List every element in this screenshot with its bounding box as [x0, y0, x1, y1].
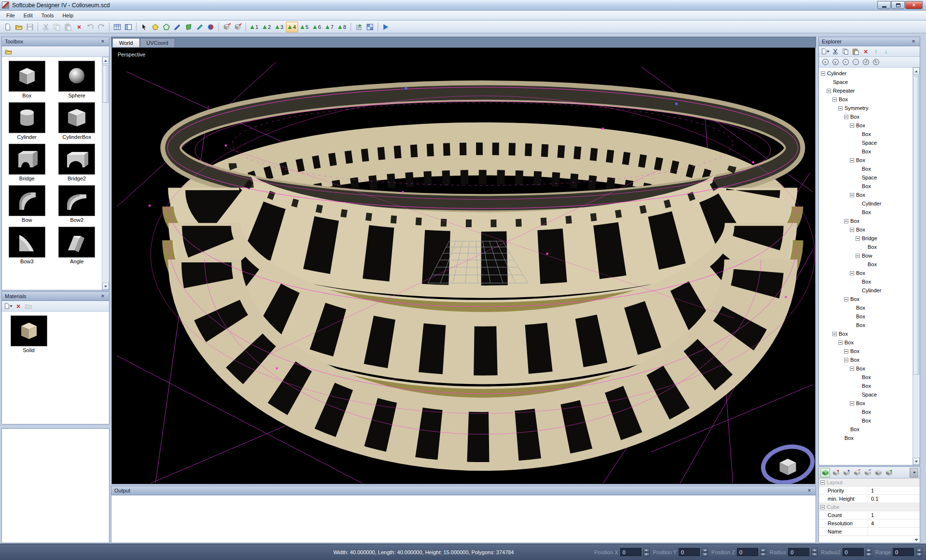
collapse-icon[interactable]: [856, 236, 860, 241]
redo-button[interactable]: [96, 22, 107, 32]
box-export-button[interactable]: [221, 22, 232, 32]
property-category-layout[interactable]: Layout: [819, 478, 920, 487]
explorer-close-icon[interactable]: ×: [910, 39, 917, 44]
tree-item[interactable]: Box: [819, 112, 912, 121]
copy-node-button[interactable]: [841, 47, 850, 56]
tree-item[interactable]: Box: [819, 277, 912, 286]
position-z-stepper[interactable]: [760, 548, 766, 557]
property-category-cube[interactable]: Cube: [819, 503, 920, 511]
open-folder-button[interactable]: [14, 22, 24, 32]
move-down-button[interactable]: ↓: [882, 47, 890, 56]
layer-button-6[interactable]: 6: [311, 22, 323, 32]
new-node-button[interactable]: [821, 47, 830, 56]
panel-view-button[interactable]: [123, 22, 134, 32]
tree-item[interactable]: Box: [819, 182, 912, 191]
collapse-icon[interactable]: [850, 123, 854, 128]
menu-edit[interactable]: Edit: [19, 12, 37, 19]
tree-item[interactable]: Box: [819, 225, 912, 234]
cut-node-button[interactable]: [831, 47, 840, 56]
tree-item[interactable]: Bow: [819, 251, 912, 260]
close-button[interactable]: ×: [905, 1, 923, 9]
radius-input[interactable]: 0: [788, 548, 809, 556]
tree-item[interactable]: Box: [819, 208, 912, 217]
collapse-icon[interactable]: [821, 71, 825, 76]
paste-button[interactable]: [63, 22, 73, 32]
tree-item[interactable]: Box: [819, 156, 912, 164]
new-material-button[interactable]: [4, 302, 13, 311]
tree-item[interactable]: Symmetry: [819, 104, 912, 112]
viewport-canvas[interactable]: [112, 48, 815, 484]
pen-tool-button[interactable]: [172, 22, 183, 32]
collapse-icon[interactable]: [844, 219, 848, 223]
tree-item[interactable]: Box: [819, 425, 912, 434]
layer-button-4[interactable]: 4: [286, 22, 298, 32]
delete-material-button[interactable]: ×: [14, 302, 23, 311]
tab-world[interactable]: World: [112, 38, 140, 47]
collapse-icon[interactable]: [850, 367, 854, 371]
rotate-y-icon[interactable]: y: [831, 58, 840, 67]
properties-dropdown-button[interactable]: [910, 468, 918, 478]
collapse-icon[interactable]: [832, 97, 837, 102]
scroll-down-icon[interactable]: [914, 539, 918, 541]
tree-item[interactable]: Box: [819, 191, 912, 199]
uv-grid-button[interactable]: [365, 22, 375, 32]
copy-button[interactable]: [52, 22, 62, 32]
properties-mode-cube-button-2[interactable]: [842, 468, 851, 478]
layer-button-5[interactable]: 5: [299, 22, 311, 32]
select-cursor-button[interactable]: [139, 22, 150, 32]
position-y-stepper[interactable]: [702, 548, 708, 557]
tree-item[interactable]: Box: [819, 303, 912, 312]
material-item-solid[interactable]: Solid: [6, 315, 52, 353]
collapse-icon[interactable]: [838, 341, 843, 345]
cut-button[interactable]: [41, 22, 51, 32]
run-button[interactable]: [381, 22, 391, 32]
collapse-icon[interactable]: [844, 115, 848, 119]
rotate-left-icon[interactable]: ↺: [861, 58, 870, 67]
snap-grid-button[interactable]: [354, 22, 364, 32]
materials-close-icon[interactable]: ×: [99, 293, 106, 299]
property-value-field[interactable]: 1: [868, 488, 874, 493]
tree-item[interactable]: Cylinder: [819, 286, 912, 295]
radius-stepper[interactable]: [811, 548, 817, 557]
position-y-input[interactable]: 0: [679, 548, 700, 556]
3d-viewport[interactable]: Perspective: [111, 47, 816, 484]
menu-tools[interactable]: Tools: [37, 12, 58, 19]
collapse-icon[interactable]: [844, 349, 848, 354]
scroll-down-icon[interactable]: [102, 283, 109, 290]
tree-item[interactable]: Box: [819, 399, 912, 408]
undo-button[interactable]: [85, 22, 95, 32]
polygon-fill-tool-button[interactable]: [183, 22, 194, 32]
zoom-out-icon[interactable]: −: [851, 58, 860, 67]
tree-item[interactable]: Box: [819, 95, 912, 104]
tree-item[interactable]: Box: [819, 312, 912, 321]
scroll-down-icon[interactable]: [913, 458, 920, 465]
properties-mode-cube-button-1[interactable]: [831, 468, 841, 478]
tree-item[interactable]: Box: [819, 329, 912, 338]
scroll-up-icon[interactable]: [102, 57, 109, 64]
layer-button-2[interactable]: 2: [261, 22, 273, 32]
radius2-stepper[interactable]: [866, 548, 872, 557]
collapse-icon[interactable]: [850, 193, 854, 197]
properties-mode-cube-button-4[interactable]: [863, 468, 872, 478]
collapse-icon[interactable]: [820, 505, 825, 509]
toolbox-item-angle[interactable]: Angle: [54, 227, 100, 264]
tree-item[interactable]: Box: [819, 416, 912, 425]
nav-gizmo-icon[interactable]: [759, 442, 815, 484]
tree-item[interactable]: Bridge: [819, 234, 912, 243]
tree-item[interactable]: Space: [819, 390, 912, 399]
collapse-icon[interactable]: [850, 401, 854, 406]
rotate-right-icon[interactable]: ↻: [872, 58, 880, 67]
toolbox-item-cylinderbox[interactable]: CylinderBox: [54, 102, 100, 140]
layer-button-8[interactable]: 8: [336, 22, 348, 32]
move-up-button[interactable]: ↑: [872, 47, 880, 56]
collapse-icon[interactable]: [820, 480, 825, 485]
new-file-button[interactable]: [2, 22, 13, 32]
toolbox-close-icon[interactable]: ×: [99, 39, 106, 44]
scrollbar-thumb[interactable]: [913, 76, 919, 375]
maximize-button[interactable]: [891, 1, 905, 9]
toolbox-item-bridge2[interactable]: Bridge2: [54, 144, 100, 181]
open-library-button[interactable]: [4, 47, 13, 56]
tree-item[interactable]: Box: [819, 269, 912, 277]
tree-item[interactable]: Cylinder: [819, 69, 912, 78]
tree-item[interactable]: Space: [819, 78, 912, 86]
